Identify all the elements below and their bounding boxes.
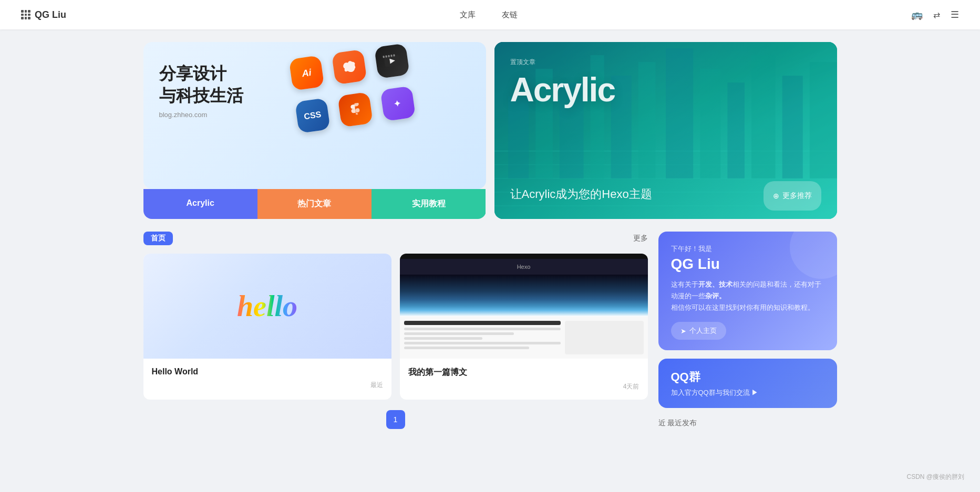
pin-label: 置顶文章 (510, 58, 821, 67)
hero-left-banner: 分享设计 与科技生活 blog.zhheo.com Ai (143, 42, 486, 189)
article-meta-1: 最近 (152, 381, 383, 390)
logo-text: QG Liu (35, 9, 66, 20)
profile-greeting: 下午好！我是 (671, 244, 824, 254)
article-card-first-post[interactable]: Hexo (400, 254, 648, 400)
home-badge[interactable]: 首页 (143, 232, 173, 245)
hero-left-container: 分享设计 与科技生活 blog.zhheo.com Ai (143, 42, 486, 219)
hero-row: 分享设计 与科技生活 blog.zhheo.com Ai (143, 42, 837, 219)
more-link[interactable]: 更多 (633, 234, 648, 243)
navbar: QG Liu 文库 友链 🚌 ⇄ ☰ (0, 0, 980, 29)
article-thumb-hexo: Hexo (400, 254, 648, 359)
profile-desc: 这有关于开发、技术相关的问题和看法，还有对于动漫的一些杂评。 相信你可以在这里找… (671, 279, 824, 313)
content-line-6 (404, 347, 530, 349)
arrow-right-icon: ➤ (680, 327, 686, 335)
hexo-lines (404, 321, 644, 354)
menu-icon[interactable]: ☰ (951, 9, 959, 20)
nav-link-library[interactable]: 文库 (460, 10, 476, 20)
csdn-watermark: CSDN @痩侯的胖刘 (906, 473, 964, 481)
content-line-4 (404, 337, 482, 340)
hexo-header: Hexo (400, 259, 648, 275)
hero-right-banner[interactable]: 置顶文章 Acrylic 让Acrylic成为您的Hexo主题 ⊕ 更多推荐 (494, 42, 837, 219)
hello-text: hello (237, 289, 297, 323)
nav-link-friends[interactable]: 友链 (502, 10, 518, 20)
tab-hot-articles[interactable]: 热门文章 (257, 189, 372, 219)
bottom-row: 首页 更多 hello Hello World 最近 (143, 232, 837, 429)
more-recommendations-btn[interactable]: ⊕ 更多推荐 (764, 181, 821, 211)
articles-grid: hello Hello World 最近 Hexo (143, 254, 648, 400)
hexo-main (404, 321, 561, 354)
section-header: 首页 更多 (143, 232, 648, 245)
article-title-2: 我的第一篇博文 (408, 367, 639, 378)
content-line-5 (404, 342, 561, 344)
article-meta-2: 4天前 (408, 382, 639, 391)
hero-right-footer: 让Acrylic成为您的Hexo主题 ⊕ 更多推荐 (494, 173, 837, 219)
article-thumb-hello: hello (143, 254, 391, 359)
content-line-2 (404, 328, 561, 330)
plus-icon: ⊕ (773, 192, 779, 200)
right-sidebar: 下午好！我是 QG Liu 这有关于开发、技术相关的问题和看法，还有对于动漫的一… (658, 232, 837, 429)
article-title-1: Hello World (152, 367, 383, 376)
profile-name: QG Liu (671, 256, 824, 273)
qq-subtitle: 加入官方QQ群与我们交流 ▶ (671, 388, 824, 397)
hexo-content-area (400, 317, 648, 359)
page-1-btn[interactable]: 1 (386, 410, 405, 429)
article-body-1: Hello World 最近 (143, 359, 391, 398)
qq-title: QQ群 (671, 369, 824, 385)
page-content: 分享设计 与科技生活 blog.zhheo.com Ai (122, 29, 858, 442)
hero-category-tabs: Acrylic 热门文章 实用教程 (143, 189, 486, 219)
nav-links: 文库 友链 (66, 10, 911, 20)
hexo-label: Hexo (517, 264, 531, 270)
article-body-2: 我的第一篇博文 4天前 (400, 359, 648, 400)
tab-tutorial[interactable]: 实用教程 (372, 189, 486, 219)
hero-right-content: 置顶文章 Acrylic (494, 42, 837, 173)
pagination: 1 (143, 410, 648, 429)
hero-domain: blog.zhheo.com (159, 111, 470, 119)
tab-acrylic[interactable]: Acrylic (143, 189, 257, 219)
articles-section: 首页 更多 hello Hello World 最近 (143, 232, 648, 429)
homepage-btn[interactable]: ➤ 个人主页 (671, 322, 726, 340)
hero-left-content: 分享设计 与科技生活 blog.zhheo.com (143, 42, 486, 140)
site-logo[interactable]: QG Liu (21, 9, 66, 20)
content-line-3 (404, 332, 514, 335)
hero-title: 分享设计 与科技生活 (159, 63, 470, 107)
bus-icon[interactable]: 🚌 (911, 9, 923, 20)
shuffle-icon[interactable]: ⇄ (933, 10, 940, 20)
content-line-1 (404, 321, 561, 325)
article-card-hello-world[interactable]: hello Hello World 最近 (143, 254, 391, 400)
acrylic-title: Acrylic (510, 73, 821, 107)
recent-label: 近 最近发布 (658, 418, 837, 428)
qq-card[interactable]: QQ群 加入官方QQ群与我们交流 ▶ (658, 359, 837, 408)
hexo-sidebar-widget (565, 321, 643, 354)
recent-section: 近 最近发布 (658, 418, 837, 428)
acrylic-subtitle: 让Acrylic成为您的Hexo主题 (510, 186, 764, 202)
grid-icon (21, 10, 30, 19)
hexo-horizon-image (400, 275, 648, 317)
profile-card: 下午好！我是 QG Liu 这有关于开发、技术相关的问题和看法，还有对于动漫的一… (658, 232, 837, 350)
nav-right-icons: 🚌 ⇄ ☰ (911, 9, 959, 20)
